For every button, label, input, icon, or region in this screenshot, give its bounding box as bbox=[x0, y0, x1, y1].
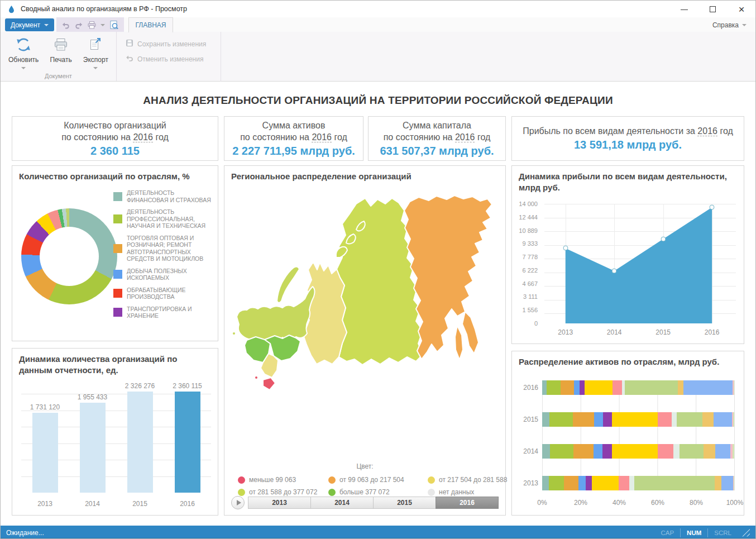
undo-icon[interactable] bbox=[61, 21, 70, 30]
bar[interactable] bbox=[127, 392, 153, 493]
document-menu-label: Документ bbox=[11, 21, 40, 29]
legend-dot bbox=[428, 489, 435, 496]
help-menu[interactable]: Справка bbox=[712, 17, 747, 32]
bar-segment[interactable] bbox=[678, 380, 683, 395]
bar-segment[interactable] bbox=[734, 380, 734, 395]
y-tick-label: 12 444 bbox=[519, 214, 538, 221]
preview-icon[interactable] bbox=[109, 20, 119, 30]
bar-segment[interactable] bbox=[673, 444, 680, 459]
bar-segment[interactable] bbox=[542, 412, 549, 427]
bar-segment[interactable] bbox=[715, 444, 731, 459]
stacked-bar-chart[interactable]: 2016201520142013 bbox=[542, 380, 735, 490]
close-button[interactable]: × bbox=[738, 6, 745, 13]
area-chart[interactable] bbox=[544, 204, 736, 323]
bar-segment[interactable] bbox=[594, 444, 603, 459]
refresh-dropdown-icon[interactable] bbox=[21, 67, 26, 71]
bar-segment[interactable] bbox=[594, 412, 604, 427]
year-button-2016[interactable]: 2016 bbox=[436, 497, 499, 509]
bar-segment[interactable] bbox=[634, 476, 715, 490]
kpi-year-param[interactable]: 2016 bbox=[697, 126, 717, 136]
bar-column: 1 955 433 bbox=[75, 382, 110, 493]
print-dropdown-icon[interactable] bbox=[101, 24, 105, 28]
bar[interactable] bbox=[175, 392, 200, 493]
bar-segment[interactable] bbox=[683, 380, 733, 395]
bar-segment[interactable] bbox=[672, 412, 677, 427]
year-button-2014[interactable]: 2014 bbox=[310, 497, 374, 509]
export-dropdown-icon[interactable] bbox=[93, 67, 98, 71]
export-button[interactable]: Экспорт bbox=[80, 36, 112, 71]
kpi-param-line: по состоянию на 2016 год bbox=[240, 131, 347, 143]
map-legend-title: Цвет: bbox=[224, 462, 505, 470]
x-tick-label: 2015 bbox=[655, 328, 671, 336]
bar-segment[interactable] bbox=[603, 412, 612, 427]
bar-segment[interactable] bbox=[733, 412, 734, 427]
bar-segment[interactable] bbox=[714, 412, 732, 427]
bar-segment[interactable] bbox=[573, 444, 594, 459]
save-changes-button[interactable]: Сохранить изменения bbox=[126, 39, 221, 49]
play-button[interactable] bbox=[231, 496, 245, 509]
bar-segment[interactable] bbox=[542, 444, 550, 459]
russia-map[interactable] bbox=[231, 195, 500, 397]
kpi-value: 631 507,37 млрд руб. bbox=[380, 144, 494, 158]
bar-segment[interactable] bbox=[580, 380, 585, 395]
bar-segment[interactable] bbox=[612, 444, 658, 459]
bar-segment[interactable] bbox=[625, 380, 678, 395]
maximize-button[interactable] bbox=[709, 6, 716, 13]
bar-segment[interactable] bbox=[721, 476, 733, 490]
bar-segment[interactable] bbox=[592, 476, 618, 490]
bar[interactable] bbox=[80, 403, 106, 493]
bar-segment[interactable] bbox=[619, 476, 630, 490]
bar-segment[interactable] bbox=[629, 476, 634, 490]
panel-donut: Количество организаций по отраслям, % ДЕ… bbox=[12, 165, 218, 341]
redo-icon[interactable] bbox=[74, 21, 83, 30]
kpi-year-param[interactable]: 2016 bbox=[455, 132, 475, 142]
bar-segment[interactable] bbox=[702, 412, 714, 427]
bar-segment[interactable] bbox=[613, 380, 622, 395]
kpi-year-param[interactable]: 2016 bbox=[312, 132, 332, 142]
bar-segment[interactable] bbox=[549, 476, 563, 490]
bar[interactable] bbox=[32, 413, 58, 493]
map-region-crimea bbox=[263, 378, 275, 390]
bar-segment[interactable] bbox=[564, 476, 578, 490]
bar-segment[interactable] bbox=[550, 444, 573, 459]
year-button-2015[interactable]: 2015 bbox=[373, 497, 436, 509]
kpi-year-param[interactable]: 2016 bbox=[133, 132, 153, 142]
bar-segment[interactable] bbox=[549, 412, 573, 427]
status-bar: Ожидание... CAPNUMSCRL bbox=[1, 526, 755, 539]
resize-grip[interactable] bbox=[742, 529, 750, 537]
bar-segment[interactable] bbox=[573, 412, 594, 427]
bar-segment[interactable] bbox=[715, 476, 721, 490]
bar-segment[interactable] bbox=[585, 380, 613, 395]
bar-segment[interactable] bbox=[542, 476, 549, 490]
bar-segment[interactable] bbox=[547, 380, 561, 395]
y-tick-label: 1 556 bbox=[522, 307, 538, 313]
bar-segment[interactable] bbox=[561, 380, 573, 395]
undo-changes-button[interactable]: Отменить изменения bbox=[126, 54, 221, 64]
y-tick-label: 9 333 bbox=[522, 240, 538, 247]
bar-segment[interactable] bbox=[733, 444, 734, 459]
minimize-button[interactable] bbox=[681, 6, 688, 13]
print-button[interactable]: Печать bbox=[46, 36, 75, 71]
bar-segment[interactable] bbox=[658, 412, 672, 427]
donut-chart[interactable] bbox=[21, 208, 117, 304]
legend-label: ТОРГОВЛЯ ОПТОВАЯ И РОЗНИЧНАЯ; РЕМОНТ АВТ… bbox=[127, 235, 215, 263]
bar-segment[interactable] bbox=[677, 412, 702, 427]
bar-segment[interactable] bbox=[574, 380, 580, 395]
bar-segment[interactable] bbox=[612, 412, 658, 427]
bar-segment[interactable] bbox=[704, 444, 715, 459]
status-indicator-scrl: SCRL bbox=[707, 528, 738, 537]
tab-glavnaya[interactable]: ГЛАВНАЯ bbox=[128, 17, 173, 32]
bar-segment[interactable] bbox=[734, 476, 734, 490]
year-button-2013[interactable]: 2013 bbox=[248, 497, 311, 509]
refresh-button[interactable]: Обновить bbox=[5, 36, 42, 71]
bar-segment[interactable] bbox=[578, 476, 586, 490]
bar-segment[interactable] bbox=[586, 476, 592, 490]
bar-segment[interactable] bbox=[658, 444, 673, 459]
print-quick-icon[interactable] bbox=[87, 21, 97, 30]
legend-label: больше 377 072 bbox=[339, 488, 390, 496]
bar-segment[interactable] bbox=[602, 444, 612, 459]
bar-segment[interactable] bbox=[542, 380, 547, 395]
bar-chart[interactable]: 1 731 1201 955 4332 326 2762 360 115 bbox=[21, 382, 211, 493]
bar-segment[interactable] bbox=[680, 444, 704, 459]
document-menu-button[interactable]: Документ bbox=[5, 18, 54, 31]
